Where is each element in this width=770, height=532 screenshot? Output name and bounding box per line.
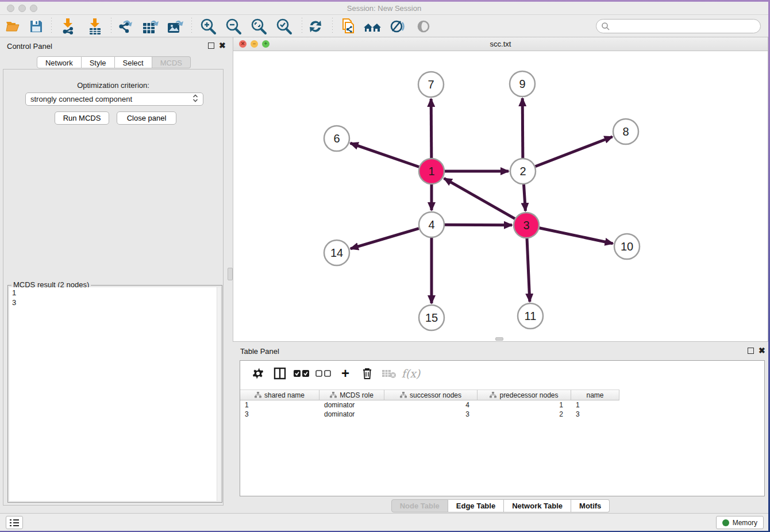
table-toolbar: + f(x) (240, 361, 764, 386)
table-row[interactable]: 1dominator411 (240, 400, 619, 410)
tab-style[interactable]: Style (82, 56, 115, 68)
table-cell[interactable]: 1 (478, 400, 571, 410)
export-network-icon[interactable] (116, 19, 136, 34)
tab-select[interactable]: Select (115, 56, 152, 68)
graph-node-4[interactable]: 4 (419, 212, 444, 237)
canvas-scroll-nub[interactable] (495, 337, 503, 341)
table-tab-edge-table[interactable]: Edge Table (448, 499, 504, 512)
deselect-all-checkboxes-icon[interactable] (313, 365, 334, 382)
table-row[interactable]: 3dominator323 (240, 410, 619, 419)
graph-node-9[interactable]: 9 (510, 71, 535, 97)
svg-text:10: 10 (621, 240, 633, 253)
chevron-updown-icon (192, 94, 198, 105)
svg-text:11: 11 (525, 310, 537, 322)
table-cell[interactable]: 2 (478, 410, 571, 419)
column-header-name[interactable]: name (571, 390, 619, 400)
graph-node-11[interactable]: 11 (518, 303, 543, 329)
column-view-icon[interactable] (269, 365, 291, 382)
graph-node-3[interactable]: 3 (514, 213, 539, 238)
table-cell[interactable]: 4 (384, 400, 478, 410)
table-tab-network-table[interactable]: Network Table (504, 499, 571, 512)
graph-edge-1-7[interactable] (431, 99, 432, 158)
select-all-checkboxes-icon[interactable] (291, 365, 313, 382)
network-window-titlebar[interactable]: ✕ − + scc.txt (233, 37, 768, 51)
graph-edge-2-3[interactable] (523, 184, 525, 211)
tab-network[interactable]: Network (37, 56, 82, 68)
gear-icon[interactable] (247, 365, 269, 382)
search-box[interactable] (596, 19, 761, 33)
node-table-container: + f(x) shared nameMCDS rolesuccessor nod… (240, 360, 765, 496)
column-header-shared-name[interactable]: shared name (240, 390, 319, 400)
panel-divider-handle[interactable] (228, 268, 233, 280)
svg-text:8: 8 (622, 125, 629, 138)
open-session-icon[interactable] (3, 19, 23, 34)
function-builder-icon[interactable]: f(x) (400, 365, 422, 382)
table-panel-title: Table Panel (240, 347, 279, 356)
graph-edge-4-3[interactable] (445, 225, 512, 225)
svg-text:6: 6 (333, 132, 340, 145)
table-float-icon[interactable] (748, 348, 754, 354)
graph-node-15[interactable]: 15 (419, 305, 444, 330)
float-panel-icon[interactable] (208, 43, 214, 49)
optimization-criterion-select[interactable]: strongly connected component (25, 92, 203, 106)
mcds-result-text[interactable]: 1 3 (9, 287, 221, 501)
table-cell[interactable]: 3 (240, 410, 319, 419)
graph-edge-4-14[interactable] (351, 229, 419, 249)
graph-node-2[interactable]: 2 (510, 159, 536, 184)
table-cell[interactable]: 3 (384, 410, 478, 419)
graph-node-7[interactable]: 7 (418, 72, 444, 97)
svg-text:3: 3 (523, 219, 529, 232)
graph-node-8[interactable]: 8 (613, 119, 638, 144)
column-header-successor-nodes[interactable]: successor nodes (384, 390, 478, 400)
show-graphics-icon[interactable] (414, 19, 433, 34)
export-image-icon[interactable] (165, 19, 185, 34)
close-panel-icon[interactable]: ✖ (219, 41, 226, 50)
tab-mcds[interactable]: MCDS (152, 56, 191, 68)
add-column-icon[interactable]: + (334, 365, 356, 382)
network-canvas[interactable]: 7968124314101511 (233, 51, 768, 341)
import-network-icon[interactable] (58, 19, 78, 34)
table-cell[interactable]: 3 (571, 410, 619, 419)
graph-node-14[interactable]: 14 (324, 240, 349, 265)
graph-edge-2-9[interactable] (522, 98, 523, 158)
column-header-MCDS-role[interactable]: MCDS role (319, 390, 384, 400)
memory-button[interactable]: Memory (716, 516, 764, 529)
task-history-button[interactable] (6, 516, 23, 529)
result-scrollbar[interactable] (217, 287, 221, 501)
table-tab-node-table[interactable]: Node Table (391, 499, 448, 512)
graph-edge-3-10[interactable] (540, 228, 613, 244)
export-table-icon[interactable] (141, 19, 160, 34)
graph-edge-3-11[interactable] (527, 238, 530, 302)
graph-node-10[interactable]: 10 (614, 234, 640, 259)
table-cell[interactable]: 1 (571, 400, 619, 410)
zoom-in-icon[interactable] (198, 19, 218, 34)
graph-node-6[interactable]: 6 (324, 126, 349, 151)
graph-node-1[interactable]: 1 (419, 159, 444, 184)
search-input[interactable] (610, 22, 760, 30)
delete-table-icon[interactable] (378, 365, 400, 382)
zoom-selected-icon[interactable] (274, 19, 294, 34)
table-cell[interactable]: 1 (240, 400, 319, 410)
close-panel-button[interactable]: Close panel (117, 111, 176, 125)
status-bar: Memory (0, 513, 768, 531)
hide-graphics-icon[interactable] (388, 19, 407, 34)
graph-edge-2-8[interactable] (535, 137, 612, 167)
table-cell[interactable]: dominator (319, 400, 384, 410)
zoom-fit-icon[interactable] (249, 19, 268, 34)
delete-columns-icon[interactable] (356, 365, 378, 382)
table-panel: Table Panel ✖ + (233, 344, 768, 514)
graph-edge-3-1[interactable] (444, 178, 515, 218)
clone-network-icon[interactable] (338, 19, 357, 34)
table-close-icon[interactable]: ✖ (759, 346, 765, 355)
run-mcds-button[interactable]: Run MCDS (55, 111, 109, 125)
zoom-out-icon[interactable] (224, 19, 243, 34)
column-header-predecessor-nodes[interactable]: predecessor nodes (478, 390, 571, 400)
refresh-icon[interactable] (306, 19, 325, 34)
table-tab-motifs[interactable]: Motifs (571, 499, 610, 512)
save-session-icon[interactable] (26, 19, 46, 34)
import-table-icon[interactable] (85, 19, 105, 34)
graph-edge-1-6[interactable] (351, 143, 419, 167)
table-cell[interactable]: dominator (319, 410, 384, 419)
network-home-icon[interactable] (363, 19, 382, 34)
app-window: Session: New Session (0, 2, 768, 531)
